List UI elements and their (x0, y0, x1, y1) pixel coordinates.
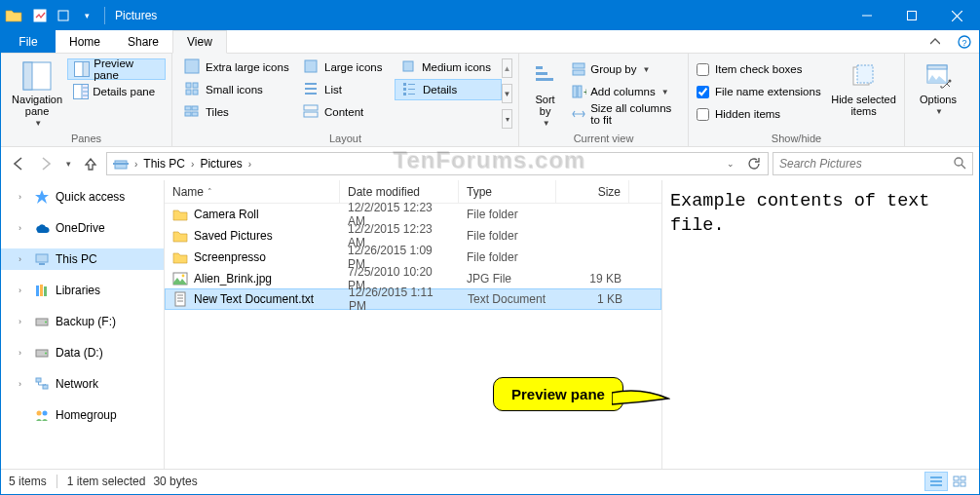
quick-access-icon (34, 189, 50, 205)
add-columns-button[interactable]: +Add columns▼ (565, 81, 682, 102)
svg-rect-62 (44, 286, 47, 296)
hidden-items-checkbox[interactable] (697, 108, 709, 121)
close-button[interactable] (934, 1, 979, 30)
layout-extra-large-icons[interactable]: Extra large icons (178, 57, 297, 78)
layout-medium-icons[interactable]: Medium icons (395, 57, 502, 78)
hide-selected-button[interactable]: Hide selected items (829, 57, 898, 131)
svg-rect-19 (403, 61, 413, 71)
sidebar-homegroup[interactable]: Homegroup (1, 404, 164, 426)
options-button[interactable]: Options ▼ (911, 57, 965, 131)
svg-rect-43 (573, 70, 584, 75)
group-by-button[interactable]: Group by▼ (565, 58, 682, 80)
collapse-ribbon-icon[interactable] (921, 30, 950, 53)
help-icon[interactable]: ? (950, 30, 979, 53)
refresh-button[interactable] (742, 153, 766, 174)
ribbon: Navigation pane ▼ Preview pane Details p… (1, 54, 979, 147)
minimize-button[interactable] (845, 1, 889, 30)
svg-rect-82 (954, 482, 959, 486)
sidebar-quick-access[interactable]: ›Quick access (1, 186, 164, 208)
status-details-view-button[interactable] (924, 472, 948, 491)
layout-small-icons[interactable]: Small icons (178, 79, 297, 100)
sidebar-network[interactable]: ›Network (1, 373, 164, 395)
svg-rect-44 (573, 86, 577, 97)
column-type[interactable]: Type (459, 180, 556, 203)
crumb-thispc[interactable]: This PC (139, 153, 189, 174)
svg-rect-9 (23, 62, 32, 90)
column-size[interactable]: Size (556, 180, 629, 203)
status-size: 30 bytes (153, 475, 197, 488)
svg-line-51 (943, 84, 947, 88)
layout-large-icons[interactable]: Large icons (297, 57, 395, 78)
svg-rect-81 (961, 476, 965, 480)
up-button[interactable] (79, 152, 102, 175)
sidebar-data-d[interactable]: ›Data (D:) (1, 342, 164, 363)
size-all-columns-button[interactable]: Size all columns to fit (565, 103, 682, 125)
address-dropdown-button[interactable]: ⌄ (719, 153, 742, 174)
sidebar-onedrive[interactable]: ›OneDrive (1, 217, 164, 239)
layout-tiles[interactable]: Tiles (178, 101, 297, 123)
preview-pane-button[interactable]: Preview pane (67, 58, 166, 80)
sidebar-libraries[interactable]: ›Libraries (1, 280, 164, 301)
svg-rect-41 (536, 78, 553, 81)
qat-new-folder-icon[interactable] (52, 1, 75, 30)
onedrive-icon (34, 220, 50, 236)
medium-icons-icon (400, 58, 416, 76)
chevron-right-icon[interactable]: › (189, 159, 196, 170)
column-date[interactable]: Date modified (340, 180, 459, 203)
svg-point-52 (949, 80, 952, 83)
file-extensions-toggle[interactable]: File name extensions (695, 81, 829, 102)
svg-rect-45 (578, 86, 582, 97)
status-count: 5 items (9, 475, 47, 488)
svg-rect-36 (192, 112, 198, 116)
file-type: File folder (459, 208, 556, 221)
layout-gallery-expand[interactable]: ▾ (502, 109, 512, 129)
item-checkboxes-checkbox[interactable] (697, 63, 709, 76)
status-thumbnails-view-button[interactable] (948, 472, 971, 491)
layout-list[interactable]: List (297, 79, 395, 100)
navigation-pane-button[interactable]: Navigation pane ▼ (7, 57, 67, 131)
recent-locations-button[interactable]: ▾ (61, 152, 75, 175)
sort-by-button[interactable]: Sort by ▼ (525, 57, 565, 131)
svg-rect-37 (304, 105, 318, 110)
qat-customize-icon[interactable]: ▾ (75, 1, 98, 30)
sidebar-backup-f[interactable]: ›Backup (F:) (1, 311, 164, 332)
tab-home[interactable]: Home (56, 30, 114, 53)
tab-view[interactable]: View (172, 30, 227, 54)
back-button[interactable] (7, 152, 30, 175)
hidden-items-toggle[interactable]: Hidden items (695, 103, 829, 125)
options-label: Options (920, 94, 957, 105)
tab-share[interactable]: Share (114, 30, 172, 53)
svg-rect-22 (186, 90, 191, 95)
chevron-right-icon[interactable]: › (132, 159, 139, 170)
column-name[interactable]: Name˄ (165, 180, 340, 203)
libraries-icon (34, 283, 50, 298)
svg-rect-23 (193, 90, 198, 95)
sidebar-this-pc[interactable]: ›This PC (1, 248, 164, 270)
large-icons-icon (303, 58, 319, 76)
forward-button[interactable] (34, 152, 57, 175)
file-row[interactable]: New Text Document.txt12/26/2015 1:11 PMT… (165, 288, 661, 310)
item-checkboxes-toggle[interactable]: Item check boxes (695, 58, 829, 80)
layout-scroll-down[interactable]: ▼ (502, 84, 512, 103)
crumb-pictures[interactable]: Pictures (196, 153, 245, 174)
file-extensions-checkbox[interactable] (697, 86, 709, 98)
svg-point-70 (43, 411, 48, 416)
window-title: Pictures (111, 9, 157, 22)
layout-content[interactable]: Content (297, 101, 395, 123)
hide-selected-label: Hide selected items (831, 94, 896, 117)
layout-details[interactable]: Details (395, 79, 502, 100)
svg-rect-60 (36, 286, 39, 296)
svg-rect-59 (39, 263, 45, 265)
tab-file[interactable]: File (1, 30, 56, 53)
file-name: Alien_Brink.jpg (194, 272, 272, 286)
layout-scroll-up[interactable]: ▲ (502, 58, 512, 78)
image-icon (172, 271, 188, 286)
details-pane-label: Details pane (93, 86, 155, 97)
chevron-right-icon[interactable]: › (246, 159, 253, 170)
search-input[interactable]: Search Pictures (773, 152, 973, 175)
maximize-button[interactable] (889, 1, 934, 30)
details-pane-button[interactable]: Details pane (67, 81, 166, 102)
svg-line-56 (961, 165, 965, 169)
address-bar[interactable]: › This PC › Pictures › ⌄ (106, 152, 769, 175)
qat-properties-icon[interactable] (28, 1, 52, 30)
